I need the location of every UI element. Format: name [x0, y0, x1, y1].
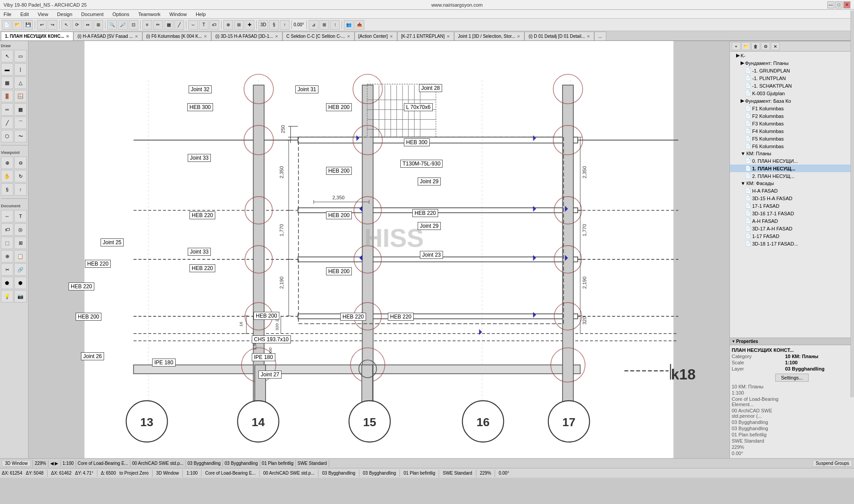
tab-entreplan[interactable]: [K-27.1 ENTRÉPLAN] ✕ — [397, 32, 454, 40]
beam-tool[interactable]: ═ — [1, 103, 13, 116]
door-tool[interactable]: 🚪 — [1, 90, 13, 102]
toolbar-align[interactable]: ⊞ — [319, 20, 329, 30]
toolbar-collab[interactable]: 👥 — [344, 20, 354, 30]
tab-close[interactable]: ✕ — [587, 34, 590, 39]
toolbar-origin[interactable]: ✚ — [245, 20, 254, 30]
roof-tool[interactable]: △ — [14, 77, 27, 89]
tree-171-fasad[interactable]: 📄 17-1 FASAD — [730, 202, 854, 210]
toolbar-3d[interactable]: 3D — [258, 20, 268, 30]
tree-f6[interactable]: 📄 F6 Kolumnbas — [730, 142, 854, 150]
sb-plan-item[interactable]: 01 Plan befintlig — [403, 471, 435, 476]
sb-scale-item[interactable]: 1:100 — [186, 471, 197, 476]
tree-ha-fasad[interactable]: 📄 H-A FASAD — [730, 187, 854, 194]
tab-close[interactable]: ✕ — [517, 34, 520, 39]
slab-tool[interactable]: ▦ — [1, 77, 13, 89]
sb-layer1-item[interactable]: 03 Bygghandling — [322, 471, 355, 476]
sb-zoom-item[interactable]: 229% — [480, 471, 491, 476]
tree-fundament-baza[interactable]: ▶ Фундамент: База Ко — [730, 97, 854, 105]
toolbar-constraint[interactable]: ⊿ — [309, 20, 318, 30]
toolbar-fill[interactable]: ▦ — [164, 20, 173, 30]
section-btn[interactable]: § — [1, 183, 13, 196]
tree-3d17[interactable]: 📄 3D-17 A-H FASAD — [730, 225, 854, 232]
tab-action-center[interactable]: [Action Center] ✕ — [354, 32, 397, 40]
toolbar-pen[interactable]: ✏ — [153, 20, 163, 30]
toolbar-save[interactable]: 💾 — [23, 20, 33, 30]
menu-design[interactable]: Design — [55, 12, 74, 17]
tab-close[interactable]: ✕ — [447, 34, 450, 39]
toolbar-label[interactable]: 🏷 — [209, 20, 219, 30]
sb-layer2-item[interactable]: 03 Bygghandling — [363, 471, 396, 476]
tree-plan1[interactable]: 📄 1. ПЛАН НЕСУЩ... — [730, 165, 854, 172]
drawing-area[interactable]: 13 14 15 16 17 250 2,350 1,770 2,190 2,3… — [28, 41, 729, 458]
toolbar-redo[interactable]: ↪ — [48, 20, 57, 30]
toolbar-rotate[interactable]: ⟳ — [72, 20, 82, 30]
tab-close[interactable]: ✕ — [275, 34, 278, 39]
tree-km-fasady[interactable]: ▼ КМ: Фасады — [730, 180, 854, 187]
camera-btn[interactable]: 📷 — [14, 290, 27, 302]
toolbar-offset[interactable]: ⊞ — [93, 20, 103, 30]
menu-file[interactable]: File — [2, 12, 13, 17]
tree-k-root[interactable]: ▶ K- — [730, 52, 854, 59]
tree-f4[interactable]: 📄 F4 Kolumnbas — [730, 127, 854, 135]
marquee-tool[interactable]: ▭ — [14, 50, 27, 62]
toolbar-new[interactable]: 📄 — [2, 20, 12, 30]
toolbar-distribute[interactable]: ⁝ — [330, 20, 340, 30]
toolbar-zoom-out[interactable]: 🔎 — [118, 20, 128, 30]
tree-ah-fasad[interactable]: 📄 A-H FASAD — [730, 217, 854, 225]
tree-km-plany[interactable]: ▼ КМ: Планы — [730, 150, 854, 157]
text-btn[interactable]: T — [14, 210, 27, 222]
sb-pen-set[interactable]: Core of Load-Bearing E... — [205, 471, 255, 476]
light-btn[interactable]: 💡 — [1, 290, 13, 302]
tab-close[interactable]: ✕ — [135, 34, 138, 39]
rp-folder-btn[interactable]: 📁 — [741, 42, 750, 50]
menu-document[interactable]: Document — [80, 12, 105, 17]
tree-fundament-plany[interactable]: ▶ Фундамент: Планы — [730, 59, 854, 67]
right-scrollbar[interactable] — [850, 41, 854, 397]
break-btn[interactable]: ✂ — [1, 263, 13, 276]
tab-section-cc[interactable]: C Sektion C-C [C Seltion C-... ✕ — [282, 32, 354, 40]
properties-header[interactable]: ▼ Properties — [730, 338, 854, 345]
line-tool[interactable]: ╱ — [1, 117, 13, 129]
obj-btn[interactable]: ⬢ — [14, 277, 27, 289]
menu-options[interactable]: Options — [111, 12, 131, 17]
arc-tool[interactable]: ⌒ — [14, 117, 27, 129]
tab-plan-nesushikh[interactable]: 1. ПЛАН НЕСУЩИХ КОНС... ✕ — [1, 32, 73, 40]
menu-teamwork[interactable]: Teamwork — [137, 12, 162, 17]
tree-117-fasad[interactable]: 📄 1-17 FASAD — [730, 232, 854, 240]
rp-delete-btn[interactable]: 🗑 — [751, 42, 760, 50]
toolbar-grid[interactable]: ⊞ — [234, 20, 244, 30]
zone-btn[interactable]: ⬚ — [1, 237, 13, 249]
column-tool[interactable]: | — [14, 63, 27, 76]
tab-ha-fasad[interactable]: (i) H-A FASAD [SV Fasad ... ✕ — [73, 32, 142, 40]
hotlink-btn[interactable]: 🔗 — [14, 263, 27, 276]
tab-3d15[interactable]: (i) 3D-15 H-A FASAD [3D-1... ✕ — [211, 32, 282, 40]
zoom-out-btn[interactable]: ⊖ — [14, 157, 27, 169]
sb-angle-item[interactable]: 0.00° — [499, 471, 509, 476]
grid-btn[interactable]: ⊞ — [14, 237, 27, 249]
toolbar-section[interactable]: § — [269, 20, 279, 30]
toolbar-elevation[interactable]: ↑ — [280, 20, 290, 30]
elevation-btn[interactable]: ↑ — [14, 183, 27, 196]
tree-3d15[interactable]: 📄 3D-15 H-A FASAD — [730, 194, 854, 202]
tree-schaktplan[interactable]: 📄 -1. SCHAKTPLAN — [730, 82, 854, 89]
rp-close-btn[interactable]: ✕ — [771, 42, 780, 50]
bt-3d-window[interactable]: 3D Window — [2, 460, 31, 467]
toolbar-fit[interactable]: ⊡ — [129, 20, 138, 30]
window-tool[interactable]: 🪟 — [14, 90, 27, 102]
tree-3d18[interactable]: 📄 3D-18 1-17 FASAD... — [730, 240, 854, 247]
marker-btn[interactable]: ◎ — [14, 223, 27, 236]
tree-f1[interactable]: 📄 F1 Kolumnbas — [730, 105, 854, 112]
close-button[interactable]: ✕ — [843, 1, 850, 8]
sb-3dwindow[interactable]: 3D Window — [156, 471, 179, 476]
suspend-groups-button[interactable]: Suspend Groups — [813, 460, 852, 467]
tab-close[interactable]: ✕ — [66, 34, 69, 39]
select-tool[interactable]: ↖ — [1, 50, 13, 62]
toolbar-line[interactable]: ╱ — [174, 20, 184, 30]
fill-tool[interactable]: ▩ — [14, 103, 27, 116]
label-btn[interactable]: 🏷 — [1, 223, 13, 236]
toolbar-publish[interactable]: 📤 — [354, 20, 364, 30]
menu-edit[interactable]: Edit — [19, 12, 31, 17]
wall-tool[interactable]: ▬ — [1, 63, 13, 76]
orbit-btn[interactable]: ↻ — [14, 170, 27, 182]
rp-new-btn[interactable]: + — [732, 42, 741, 50]
